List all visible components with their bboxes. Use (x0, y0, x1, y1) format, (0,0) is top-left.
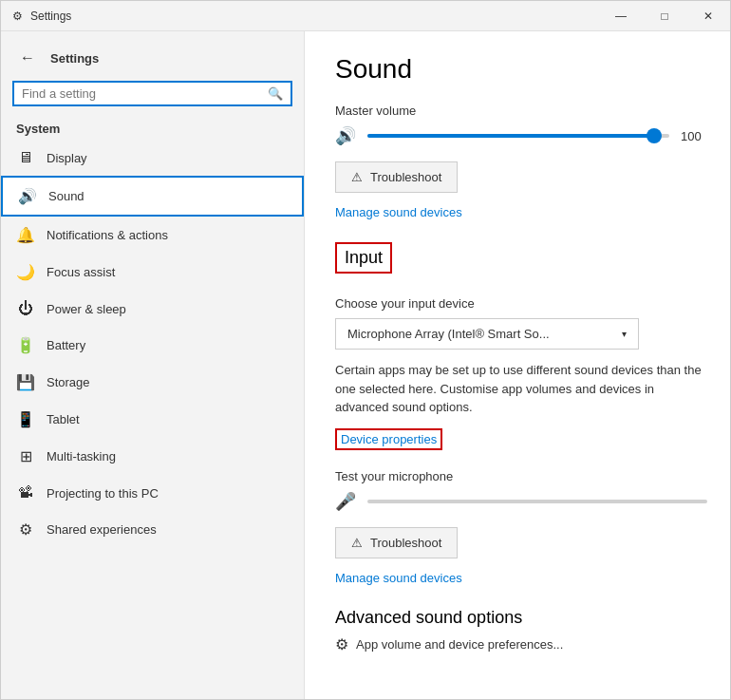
troubleshoot-label-2: Troubleshoot (370, 536, 441, 550)
shared-icon: ⚙ (16, 520, 35, 539)
focus-icon: 🌙 (16, 263, 35, 281)
power-icon: ⏻ (16, 300, 35, 317)
sidebar-label-notifications: Notifications & actions (47, 228, 168, 242)
advanced-row-label: App volume and device preferences... (356, 637, 563, 652)
sidebar: ← Settings 🔍 System 🖥 Display 🔊 Sound 🔔 … (1, 31, 305, 699)
volume-icon: 🔊 (335, 125, 356, 146)
device-properties-link[interactable]: Device properties (335, 428, 442, 450)
volume-row: 🔊 100 (335, 125, 707, 146)
storage-icon: 💾 (16, 373, 35, 391)
sidebar-item-sound[interactable]: 🔊 Sound (1, 176, 304, 217)
projecting-icon: 📽 (16, 484, 35, 501)
info-text: Certain apps may be set up to use differ… (335, 361, 707, 417)
input-heading: Input (335, 242, 392, 274)
volume-slider-track[interactable] (367, 134, 669, 138)
app-volume-icon: ⚙ (335, 635, 348, 653)
notifications-icon: 🔔 (16, 226, 35, 244)
mic-level-track (367, 500, 707, 503)
sidebar-label-sound: Sound (48, 189, 84, 203)
search-icon: 🔍 (268, 86, 283, 101)
minimize-button[interactable]: — (599, 1, 643, 31)
window-title: Settings (30, 9, 71, 23)
manage-sound-link-2[interactable]: Manage sound devices (335, 571, 462, 585)
multitasking-icon: ⊞ (16, 447, 35, 465)
manage-sound-link-1[interactable]: Manage sound devices (335, 205, 462, 219)
sidebar-label-display: Display (47, 151, 87, 165)
sidebar-item-multitasking[interactable]: ⊞ Multi-tasking (1, 438, 304, 475)
sidebar-label-storage: Storage (47, 375, 90, 389)
sidebar-label-multitasking: Multi-tasking (47, 449, 116, 464)
sidebar-item-tablet[interactable]: 📱 Tablet (1, 401, 304, 438)
sidebar-label-battery: Battery (47, 338, 85, 352)
display-icon: 🖥 (16, 149, 35, 166)
warning-icon-2: ⚠ (351, 536, 363, 550)
master-volume-label: Master volume (335, 104, 707, 118)
volume-value: 100 (681, 129, 707, 143)
sidebar-item-power[interactable]: ⏻ Power & sleep (1, 291, 304, 327)
window-icon: ⚙ (12, 9, 23, 23)
mic-row: 🎤 (335, 491, 707, 512)
troubleshoot-button-2[interactable]: ⚠ Troubleshoot (335, 527, 458, 558)
dropdown-value: Microphone Array (Intel® Smart So... (347, 327, 550, 341)
search-input[interactable] (22, 86, 262, 101)
sidebar-item-storage[interactable]: 💾 Storage (1, 364, 304, 401)
sidebar-item-projecting[interactable]: 📽 Projecting to this PC (1, 475, 304, 511)
sound-icon: 🔊 (18, 187, 37, 205)
sidebar-app-title: Settings (50, 51, 99, 66)
advanced-row: ⚙ App volume and device preferences... (335, 635, 707, 653)
sidebar-item-focus[interactable]: 🌙 Focus assist (1, 254, 304, 291)
title-bar: ⚙ Settings — □ ✕ (1, 1, 730, 31)
chevron-down-icon: ▾ (622, 329, 627, 339)
troubleshoot-button-1[interactable]: ⚠ Troubleshoot (335, 161, 458, 193)
battery-icon: 🔋 (16, 336, 35, 354)
warning-icon-1: ⚠ (351, 170, 363, 184)
close-button[interactable]: ✕ (686, 1, 730, 31)
maximize-button[interactable]: □ (643, 1, 686, 31)
sidebar-label-shared: Shared experiences (47, 522, 157, 537)
test-mic-label: Test your microphone (335, 469, 707, 483)
troubleshoot-label-1: Troubleshoot (370, 170, 441, 184)
advanced-title: Advanced sound options (335, 608, 707, 628)
sidebar-label-focus: Focus assist (47, 265, 115, 279)
sidebar-item-display[interactable]: 🖥 Display (1, 140, 304, 176)
sidebar-item-shared[interactable]: ⚙ Shared experiences (1, 511, 304, 548)
volume-slider-thumb[interactable] (647, 128, 662, 143)
back-button[interactable]: ← (12, 43, 43, 73)
system-label: System (1, 114, 304, 140)
sidebar-item-battery[interactable]: 🔋 Battery (1, 327, 304, 364)
sidebar-label-projecting: Projecting to this PC (47, 486, 159, 501)
sidebar-label-power: Power & sleep (47, 302, 126, 316)
input-device-dropdown[interactable]: Microphone Array (Intel® Smart So... ▾ (335, 318, 639, 350)
main-content: Sound Master volume 🔊 100 ⚠ Troubleshoot… (305, 31, 730, 699)
sidebar-label-tablet: Tablet (47, 412, 80, 426)
search-box[interactable]: 🔍 (12, 81, 292, 106)
mic-icon: 🎤 (335, 491, 356, 512)
choose-device-label: Choose your input device (335, 296, 707, 311)
volume-slider-fill (367, 134, 654, 138)
sidebar-item-notifications[interactable]: 🔔 Notifications & actions (1, 217, 304, 254)
page-title: Sound (335, 54, 707, 85)
tablet-icon: 📱 (16, 410, 35, 428)
